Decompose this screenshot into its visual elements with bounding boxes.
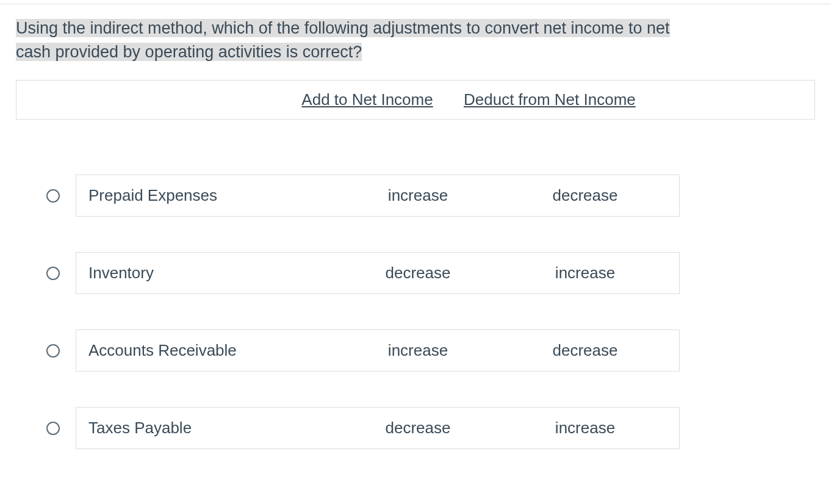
question-line-2: cash provided by operating activities is… — [16, 43, 362, 61]
radio-circle-icon — [46, 344, 60, 358]
option-label: Prepaid Expenses — [88, 186, 333, 205]
question-line-1: Using the indirect method, which of the … — [16, 19, 670, 37]
radio-circle-icon — [46, 267, 60, 280]
option-deduct: increase — [503, 419, 667, 437]
option-box-1[interactable]: Inventory decrease increase — [76, 252, 680, 294]
radio-option-2[interactable] — [46, 344, 76, 358]
radio-option-0[interactable] — [46, 189, 76, 203]
option-row-3: Taxes Payable decrease increase — [46, 407, 815, 449]
option-deduct: decrease — [503, 186, 667, 205]
option-deduct: decrease — [503, 341, 667, 360]
option-label: Taxes Payable — [88, 419, 333, 437]
option-row-0: Prepaid Expenses increase decrease — [46, 175, 815, 217]
option-box-3[interactable]: Taxes Payable decrease increase — [76, 407, 680, 449]
question-container: Using the indirect method, which of the … — [0, 4, 831, 449]
header-row: Add to Net Income Deduct from Net Income — [29, 90, 802, 109]
option-add: decrease — [333, 419, 503, 437]
radio-option-3[interactable] — [46, 422, 76, 435]
header-deduct: Deduct from Net Income — [453, 90, 654, 109]
option-box-0[interactable]: Prepaid Expenses increase decrease — [76, 175, 680, 217]
option-row-2: Accounts Receivable increase decrease — [46, 329, 815, 372]
option-row-1: Inventory decrease increase — [46, 252, 815, 294]
header-table: Add to Net Income Deduct from Net Income — [16, 80, 815, 120]
option-add: increase — [333, 186, 503, 205]
header-spacer — [29, 90, 282, 109]
radio-circle-icon — [46, 189, 60, 203]
options-list: Prepaid Expenses increase decrease Inven… — [16, 175, 815, 449]
option-label: Inventory — [88, 264, 333, 283]
option-add: decrease — [333, 264, 503, 283]
question-text: Using the indirect method, which of the … — [16, 16, 815, 64]
option-label: Accounts Receivable — [88, 341, 333, 360]
radio-circle-icon — [46, 422, 60, 435]
option-add: increase — [333, 341, 503, 360]
option-deduct: increase — [503, 264, 667, 283]
radio-option-1[interactable] — [46, 267, 76, 280]
header-add: Add to Net Income — [282, 90, 453, 109]
option-box-2[interactable]: Accounts Receivable increase decrease — [76, 329, 680, 372]
